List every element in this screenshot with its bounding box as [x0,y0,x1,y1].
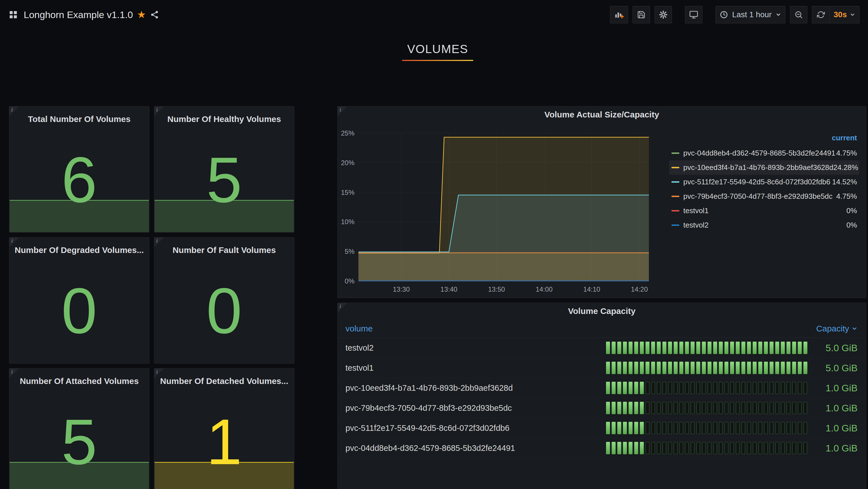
table-row: pvc-79b4ecf3-7050-4d77-8bf3-e292d93be5dc… [338,398,866,418]
stat-value: 0 [154,258,294,363]
stat-panel-title[interactable]: Number Of Fault Volumes [154,242,294,258]
timeseries-plot[interactable]: 0%5%10%15%20%25%13:3013:4013:5014:0014:1… [338,122,656,297]
legend-series-name[interactable]: pvc-511f2e17-5549-42d5-8c6d-072f3d02fdb6 [683,178,830,186]
settings-gear-icon [659,10,668,19]
panel-info-icon[interactable]: i [338,107,347,116]
stat-panel-title[interactable]: Number Of Detached Volumes... [154,373,294,389]
legend-series-name[interactable]: testvol2 [683,221,709,230]
capacity-value-cell: 5.0 GiB [807,363,858,374]
legend-series-name[interactable]: pvc-10eed3f4-b7a1-4b76-893b-2bb9aef3628d [683,163,833,172]
svg-text:13:50: 13:50 [488,285,505,293]
svg-text:14:00: 14:00 [535,285,553,293]
legend-row: pvc-79b4ecf3-7050-4d77-8bf3-e292d93be5dc… [669,189,859,204]
series-color-dash-icon [672,225,679,226]
refresh-icon [817,11,825,19]
volume-name-cell: testvol1 [345,363,606,373]
legend-row: pvc-04dd8eb4-d362-4579-8685-5b3d2fe24491… [669,146,859,161]
panel-info-icon[interactable]: i [9,237,19,247]
panel-info-icon[interactable]: i [154,107,164,116]
svg-text:13:30: 13:30 [393,285,410,293]
refresh-interval-picker[interactable]: 30s [829,6,860,23]
panel-info-icon[interactable]: i [154,369,164,378]
share-icon[interactable] [150,10,159,19]
legend-row: pvc-10eed3f4-b7a1-4b76-893b-2bb9aef3628d… [669,161,859,175]
legend-series-current: 14.52% [832,178,857,186]
sort-chevron-icon [851,325,858,332]
svg-text:5%: 5% [345,248,354,255]
capacity-bar-gauge [606,342,807,354]
save-dashboard-button[interactable] [632,6,650,23]
stat-panel-3: iNumber Of Fault Volumes0 [154,237,294,364]
capacity-bar-gauge [606,362,807,374]
stat-value: 5 [154,127,294,232]
star-icon[interactable]: ★ [137,9,146,20]
stats-grid: iTotal Number Of Volumes6iNumber Of Heal… [9,106,294,489]
volume-name-cell: pvc-04dd8eb4-d362-4579-8685-5b3d2fe24491 [345,443,606,453]
panel-info-icon[interactable]: i [338,303,347,313]
svg-text:13:40: 13:40 [440,285,457,293]
capacity-bar-gauge [606,382,807,394]
stat-value: 1 [154,389,294,489]
svg-text:10%: 10% [341,218,354,226]
stat-panel-5: iNumber Of Detached Volumes...1 [154,368,294,489]
svg-text:0%: 0% [345,277,354,285]
refresh-interval-value: 30s [834,10,847,19]
capacity-bar-gauge [606,422,807,434]
panel-info-icon[interactable]: i [154,237,164,247]
time-range-picker[interactable]: Last 1 hour [715,6,785,23]
stat-panel-title[interactable]: Total Number Of Volumes [9,111,149,127]
dashboard-settings-button[interactable] [654,6,672,23]
heading-underline [402,60,473,61]
stat-value: 6 [9,127,149,232]
series-color-dash-icon [672,196,679,197]
panel-info-icon[interactable]: i [9,369,19,378]
cycle-view-button[interactable] [685,6,703,23]
timeseries-panel: i Volume Actual Size/Capacity 0%5%10%15%… [337,106,866,298]
chart-panel-title[interactable]: Volume Actual Size/Capacity [338,107,866,123]
svg-text:14:10: 14:10 [583,285,600,293]
stat-panel-4: iNumber Of Attached Volumes5 [9,368,150,489]
series-color-dash-icon [672,181,679,183]
stat-panel-2: iNumber Of Degraded Volumes...0 [9,237,150,364]
capacity-table-panel: i Volume Capacity volume Capacity testvo… [337,303,866,489]
svg-text:20%: 20% [341,159,354,167]
stat-panel-title[interactable]: Number Of Attached Volumes [9,373,149,389]
stat-panel-title[interactable]: Number Of Healthy Volumes [154,111,294,127]
topbar: Longhorn Example v1.1.0 ★ Last 1 hour [0,0,868,29]
capacity-value-cell: 1.0 GiB [807,443,858,454]
volume-name-cell: pvc-10eed3f4-b7a1-4b76-893b-2bb9aef3628d [345,383,606,393]
capacity-value-cell: 1.0 GiB [807,403,858,413]
table-row: testvol25.0 GiB [338,338,866,358]
apps-grid-icon[interactable] [8,10,18,20]
legend-series-name[interactable]: pvc-04dd8eb4-d362-4579-8685-5b3d2fe24491 [683,149,835,157]
column-header-volume[interactable]: volume [345,324,373,334]
capacity-table-body: testvol25.0 GiBtestvol15.0 GiBpvc-10eed3… [338,338,866,458]
dashboard-heading: VOLUMES [9,42,866,61]
capacity-value-cell: 1.0 GiB [807,423,858,434]
legend-header-current[interactable]: current [669,134,859,146]
table-header: volume Capacity [338,319,866,338]
volume-name-cell: testvol2 [345,343,606,353]
add-panel-button[interactable] [610,6,628,23]
stat-panel-0: iTotal Number Of Volumes6 [9,106,150,233]
legend-series-name[interactable]: pvc-79b4ecf3-7050-4d77-8bf3-e292d93be5dc [683,192,833,201]
zoom-out-button[interactable] [790,6,807,23]
refresh-button[interactable] [812,6,829,23]
svg-text:14:20: 14:20 [631,285,648,293]
stat-panel-title[interactable]: Number Of Degraded Volumes... [9,242,149,258]
column-header-capacity[interactable]: Capacity [816,324,858,334]
capacity-bar-gauge [606,402,807,414]
table-panel-title[interactable]: Volume Capacity [338,303,866,319]
stat-panel-1: iNumber Of Healthy Volumes5 [154,106,294,233]
volume-name-cell: pvc-511f2e17-5549-42d5-8c6d-072f3d02fdb6 [345,424,606,433]
clock-icon [720,10,728,19]
series-color-dash-icon [672,152,679,154]
legend-series-name[interactable]: testvol1 [683,206,709,215]
legend-series-current: 4.75% [836,149,857,157]
series-color-dash-icon [672,210,679,211]
dashboard-title[interactable]: Longhorn Example v1.1.0 [24,9,133,20]
legend-series-current: 4.75% [836,192,857,201]
table-row: pvc-04dd8eb4-d362-4579-8685-5b3d2fe24491… [338,438,866,458]
panel-info-icon[interactable]: i [9,107,19,116]
table-row: pvc-10eed3f4-b7a1-4b76-893b-2bb9aef3628d… [338,378,866,398]
